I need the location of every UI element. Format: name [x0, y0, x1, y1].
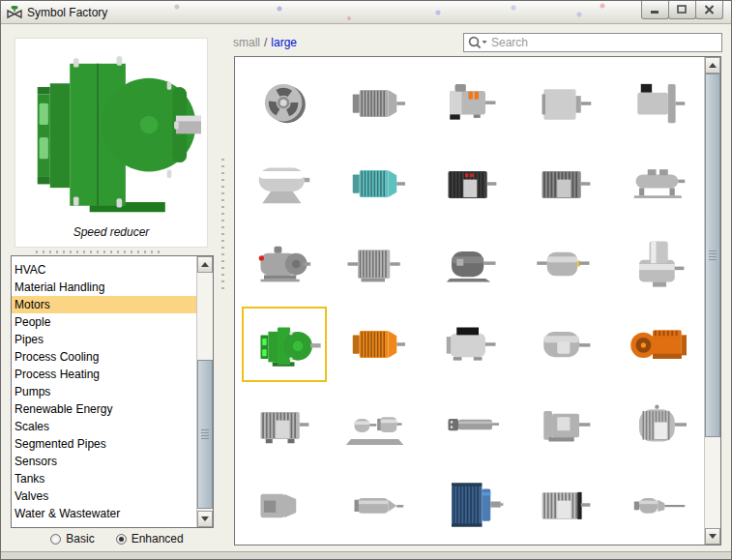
- vertical-splitter[interactable]: [221, 159, 224, 292]
- symbol-cell-tefc-motor[interactable]: [518, 143, 612, 223]
- category-item-segmented-pipes[interactable]: Segmented Pipes: [12, 435, 196, 453]
- scrollbar-thumb[interactable]: [197, 360, 213, 509]
- category-item-pipes[interactable]: Pipes: [12, 331, 196, 348]
- dc-motor-orange-bands-icon: [429, 66, 514, 141]
- motor-black-top-icon: [429, 307, 514, 382]
- search-box: [463, 33, 722, 52]
- finned-cylinder-motor-teal-icon: [336, 146, 421, 221]
- symbol-cell-finned-motor-orange[interactable]: [331, 304, 425, 384]
- category-item-sensors[interactable]: Sensors: [12, 453, 196, 470]
- symbol-cell-round-finned-motor[interactable]: [612, 384, 704, 464]
- flange-mount-motor-icon: [617, 66, 702, 141]
- symbol-cell-dc-motor-orange-bands[interactable]: [425, 63, 518, 143]
- orange-gear-motor-icon: [617, 307, 702, 382]
- symbol-cell-micro-motor-long-shaft[interactable]: [612, 464, 704, 545]
- dc-motor-with-base-icon: [242, 226, 327, 302]
- symbol-cell-finned-motor-dark[interactable]: [425, 143, 518, 223]
- finned-motor-double-shaft-icon: [336, 226, 421, 302]
- grid-scrollbar: [704, 57, 720, 545]
- category-item-process-cooling[interactable]: Process Cooling: [12, 348, 196, 366]
- speed-reducer-icon: [242, 307, 327, 382]
- close-button[interactable]: [695, 1, 723, 19]
- scroll-up-button[interactable]: [705, 57, 720, 74]
- category-item-water-wastewater[interactable]: Water & Wastewater: [12, 505, 196, 522]
- category-item-process-heating[interactable]: Process Heating: [12, 366, 196, 383]
- minimize-button[interactable]: [641, 1, 669, 19]
- symbol-cell-base-mounted-roller-motor[interactable]: [612, 143, 704, 223]
- rounded-motor-junction-box-icon: [523, 307, 608, 382]
- vertical-mount-motor-icon: [617, 226, 702, 302]
- window-title: Symbol Factory: [27, 6, 107, 19]
- symbol-cell-finned-motor-double-shaft[interactable]: [331, 223, 425, 304]
- symbol-cell-plain-cylinder-motor[interactable]: [518, 223, 612, 304]
- symbol-cell-speed-reducer[interactable]: [237, 304, 331, 384]
- symbol-cell-dc-motor-with-base[interactable]: [237, 223, 331, 304]
- size-link-small[interactable]: small: [233, 36, 260, 49]
- category-item-valves[interactable]: Valves: [12, 487, 196, 505]
- impeller-fan-motor-icon: [242, 66, 327, 141]
- base-mounted-roller-motor-icon: [617, 146, 702, 221]
- symbol-cell-thin-shaft-roller-motor[interactable]: [425, 384, 518, 464]
- category-list: FoodHVACMaterial HandlingMotorsPeoplePip…: [12, 256, 196, 527]
- symbol-cell-cone-nose-motor[interactable]: [237, 464, 331, 545]
- close-icon: [704, 5, 715, 15]
- category-item-pumps[interactable]: Pumps: [12, 383, 196, 400]
- symbol-cell-pointed-shaft-motor[interactable]: [331, 464, 425, 545]
- category-item-scales[interactable]: Scales: [12, 418, 196, 435]
- symbol-cell-finned-motor-silver[interactable]: [518, 464, 612, 545]
- size-link-separator: /: [264, 36, 267, 49]
- speed-reducer-preview-image: [21, 39, 201, 224]
- symbol-cell-motor-black-top[interactable]: [425, 304, 518, 384]
- maximize-button[interactable]: [668, 1, 696, 19]
- radio-label: Enhanced: [132, 532, 184, 545]
- symbol-cell-rounded-motor-junction-box[interactable]: [518, 304, 612, 384]
- radio-icon: [116, 534, 127, 545]
- category-item-tanks[interactable]: Tanks: [12, 470, 196, 487]
- size-link-large[interactable]: large: [271, 36, 297, 49]
- symbol-cell-flange-mount-motor[interactable]: [612, 63, 704, 143]
- pedestal-motor-icon: [242, 146, 327, 221]
- symbol-cell-finned-cylinder-motor-teal[interactable]: [331, 143, 425, 223]
- symbol-cell-finned-cylinder-motor[interactable]: [331, 63, 425, 143]
- round-finned-motor-icon: [617, 387, 702, 462]
- pointed-shaft-motor-icon: [336, 467, 421, 543]
- minimize-icon: [650, 6, 660, 15]
- symbol-cell-blue-finned-sheave-motor[interactable]: [425, 464, 518, 545]
- category-item-material-handling[interactable]: Material Handling: [12, 279, 196, 296]
- symbol-cell-dark-cylinder-motor[interactable]: [425, 223, 518, 304]
- radio-icon: [50, 534, 61, 545]
- category-scrollbar: [196, 256, 213, 527]
- symbol-cell-square-frame-motor[interactable]: [518, 63, 612, 143]
- category-item-motors[interactable]: Motors: [12, 296, 196, 313]
- symbol-cell-c-face-motor[interactable]: [518, 384, 612, 464]
- category-item-renewable-energy[interactable]: Renewable Energy: [12, 400, 196, 418]
- symbol-grid-panel: [234, 56, 721, 545]
- scroll-up-button[interactable]: [197, 256, 213, 273]
- tefc-motor-icon: [523, 146, 608, 221]
- category-item-hvac[interactable]: HVAC: [12, 261, 196, 279]
- scrollbar-thumb[interactable]: [705, 74, 720, 437]
- category-listbox: FoodHVACMaterial HandlingMotorsPeoplePip…: [11, 255, 214, 528]
- triangle-down-icon: [201, 516, 209, 521]
- symbol-cell-foot-mounted-finned-motor[interactable]: [237, 384, 331, 464]
- plain-cylinder-motor-icon: [523, 226, 608, 302]
- finned-motor-orange-icon: [336, 307, 421, 382]
- scroll-down-button[interactable]: [705, 528, 720, 545]
- category-item-people[interactable]: People: [12, 313, 196, 331]
- symbol-cell-orange-gear-motor[interactable]: [612, 304, 704, 384]
- radio-enhanced[interactable]: Enhanced: [116, 532, 184, 545]
- symbol-grid: [237, 57, 704, 545]
- search-input[interactable]: [488, 35, 721, 50]
- triangle-up-icon: [201, 262, 209, 267]
- scroll-down-button[interactable]: [197, 511, 213, 527]
- radio-basic[interactable]: Basic: [50, 532, 94, 545]
- thin-shaft-roller-motor-icon: [429, 387, 514, 462]
- symbol-cell-pedestal-motor[interactable]: [237, 143, 331, 223]
- symbol-cell-impeller-fan-motor[interactable]: [237, 63, 331, 143]
- symbol-cell-vertical-mount-motor[interactable]: [612, 223, 704, 304]
- square-frame-motor-icon: [523, 66, 608, 141]
- finned-motor-silver-icon: [523, 467, 608, 543]
- finned-cylinder-motor-icon: [336, 66, 421, 141]
- symbol-cell-coupled-motor-set[interactable]: [331, 384, 425, 464]
- horizontal-splitter[interactable]: [36, 251, 161, 253]
